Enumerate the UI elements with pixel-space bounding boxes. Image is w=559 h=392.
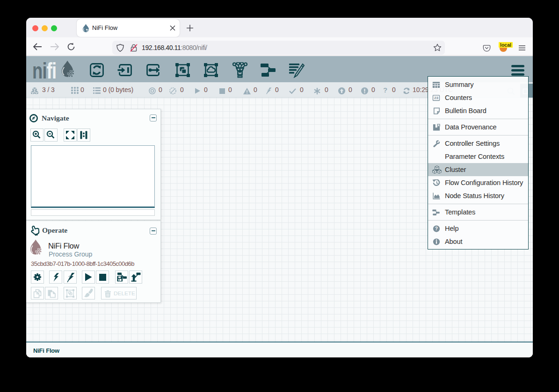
svg-text:?: ? xyxy=(435,226,438,231)
svg-text:23: 23 xyxy=(434,96,438,100)
